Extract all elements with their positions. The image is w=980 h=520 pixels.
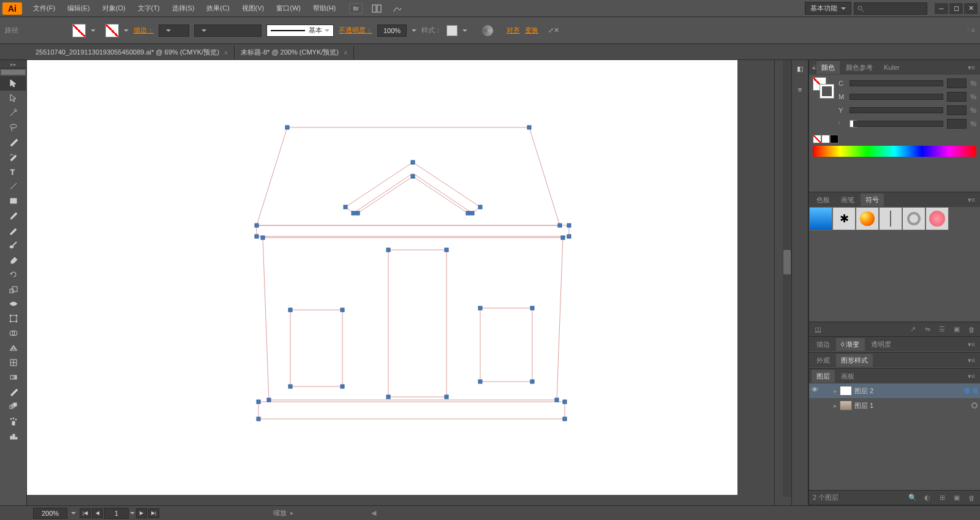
locate-icon[interactable]: 🔍 xyxy=(908,493,918,503)
tab-stroke[interactable]: 描边 xyxy=(812,338,835,351)
blob-brush-tool[interactable] xyxy=(0,238,27,252)
layer-row[interactable]: 👁 ▸ 图层 2 xyxy=(809,383,980,398)
new-layer-icon[interactable]: ▣ xyxy=(952,493,962,503)
stroke-weight-dropdown[interactable] xyxy=(159,24,189,37)
symbol-sprayer-tool[interactable] xyxy=(0,414,27,429)
workspace-selector[interactable]: 基本功能 xyxy=(805,2,851,15)
close-button[interactable]: ✕ xyxy=(964,3,978,14)
m-value[interactable] xyxy=(947,92,967,102)
brush-dropdown[interactable]: 基本 xyxy=(266,24,334,37)
menu-edit[interactable]: 编辑(E) xyxy=(61,0,96,17)
new-sublayer-icon[interactable]: ⊞ xyxy=(937,493,947,503)
panel-menu-icon[interactable]: ▾≡ xyxy=(965,196,978,204)
artboard-number-input[interactable] xyxy=(104,508,129,519)
tab-swatches[interactable]: 色板 xyxy=(812,194,835,206)
panel-menu-icon[interactable]: ▾≡ xyxy=(965,341,978,349)
spectrum-bar[interactable] xyxy=(813,146,976,157)
symbol-item[interactable] xyxy=(925,207,949,230)
direct-selection-tool[interactable] xyxy=(0,91,27,105)
doc-tab-0[interactable]: 25510740_20191130193055450089.ai* @ 69% … xyxy=(29,45,235,59)
canvas[interactable] xyxy=(27,60,791,505)
mesh-tool[interactable] xyxy=(0,355,27,370)
symbol-options-icon[interactable]: ☰ xyxy=(937,325,947,334)
transform-label[interactable]: 变换 xyxy=(525,26,538,35)
k-value[interactable] xyxy=(947,119,967,129)
panel-menu-icon[interactable]: ▾≡ xyxy=(965,356,978,364)
k-slider[interactable] xyxy=(853,121,943,127)
target-icon[interactable] xyxy=(971,402,978,409)
prev-artboard-button[interactable]: ◀ xyxy=(92,508,103,518)
perspective-grid-tool[interactable] xyxy=(0,341,27,355)
black-swatch[interactable] xyxy=(830,135,839,143)
menu-file[interactable]: 文件(F) xyxy=(27,0,61,17)
tab-brushes[interactable]: 画笔 xyxy=(836,194,859,206)
y-slider[interactable] xyxy=(850,107,943,113)
curvature-tool[interactable] xyxy=(0,149,27,164)
doc-tab-1[interactable]: 未标题-8* @ 200% (CMYK/预览)× xyxy=(235,45,354,59)
delete-symbol-icon[interactable]: 🗑 xyxy=(967,325,976,334)
fill-swatch[interactable] xyxy=(72,24,86,37)
tab-graphic-styles[interactable]: 图形样式 xyxy=(836,354,873,367)
menu-select[interactable]: 选择(S) xyxy=(166,0,201,17)
close-tab-icon[interactable]: × xyxy=(344,49,347,56)
search-input[interactable] xyxy=(854,2,927,15)
symbol-item[interactable] xyxy=(856,207,879,230)
align-label[interactable]: 对齐 xyxy=(507,26,520,35)
none-swatch[interactable] xyxy=(813,135,821,143)
style-swatch[interactable] xyxy=(447,25,458,36)
tab-symbols[interactable]: 符号 xyxy=(861,194,884,206)
minimize-button[interactable]: ─ xyxy=(935,3,948,14)
break-link-icon[interactable]: ⇋ xyxy=(922,325,932,334)
symbol-library-icon[interactable]: 🕮 xyxy=(813,325,823,334)
maximize-button[interactable]: ◻ xyxy=(949,3,963,14)
new-symbol-icon[interactable]: ▣ xyxy=(952,325,962,334)
menu-object[interactable]: 对象(O) xyxy=(96,0,132,17)
toolbox-collapse[interactable]: ▸▸ xyxy=(0,60,26,69)
rotate-tool[interactable] xyxy=(0,267,27,282)
menu-effect[interactable]: 效果(C) xyxy=(200,0,235,17)
menu-help[interactable]: 帮助(H) xyxy=(307,0,342,17)
h-scroll-left[interactable]: ◀ xyxy=(371,509,376,517)
isolate-icon[interactable]: ⤢✕ xyxy=(548,26,559,34)
white-swatch[interactable] xyxy=(821,135,830,143)
symbol-item[interactable] xyxy=(879,207,902,230)
last-artboard-button[interactable]: ▶| xyxy=(148,508,159,518)
opacity-input[interactable] xyxy=(377,24,407,37)
pen-tool[interactable] xyxy=(0,135,27,149)
tab-color-guide[interactable]: 颜色参考 xyxy=(841,61,878,74)
blend-tool[interactable] xyxy=(0,399,27,414)
strip-icon-2[interactable]: ≡ xyxy=(794,83,806,96)
c-slider[interactable] xyxy=(850,80,943,86)
strip-icon-1[interactable]: ◧ xyxy=(794,62,806,75)
arrange-docs-icon[interactable] xyxy=(370,3,383,14)
target-icon[interactable] xyxy=(964,388,970,394)
shape-builder-tool[interactable] xyxy=(0,326,27,341)
paintbrush-tool[interactable] xyxy=(0,208,27,223)
tab-transparency[interactable]: 透明度 xyxy=(866,338,896,351)
vertical-scrollbar[interactable] xyxy=(783,60,791,497)
close-tab-icon[interactable]: × xyxy=(224,49,228,56)
symbol-item[interactable]: ✱ xyxy=(832,207,856,230)
clip-mask-icon[interactable]: ◐ xyxy=(922,493,932,503)
layer-row[interactable]: ▸ 图层 1 xyxy=(809,398,980,413)
menu-type[interactable]: 文字(T) xyxy=(132,0,166,17)
visibility-icon[interactable]: 👁 xyxy=(812,386,821,396)
place-symbol-icon[interactable]: ↗ xyxy=(908,325,918,334)
selection-tool[interactable] xyxy=(0,76,27,91)
menu-window[interactable]: 窗口(W) xyxy=(270,0,307,17)
gradient-tool[interactable] xyxy=(0,370,27,385)
visibility-icon[interactable] xyxy=(812,401,821,410)
c-value[interactable] xyxy=(947,78,967,88)
options-overflow[interactable]: ⋮≡ xyxy=(965,26,975,34)
panel-menu-icon[interactable]: ▾≡ xyxy=(965,372,978,380)
artboard[interactable] xyxy=(27,60,737,495)
eyedropper-tool[interactable] xyxy=(0,385,27,399)
scale-tool[interactable] xyxy=(0,282,27,296)
stroke-label[interactable]: 描边： xyxy=(134,26,154,35)
type-tool[interactable]: T xyxy=(0,164,27,179)
next-artboard-button[interactable]: ▶ xyxy=(136,508,147,518)
var-width-dropdown[interactable] xyxy=(194,24,262,37)
column-graph-tool[interactable] xyxy=(0,429,27,443)
fill-stroke-control[interactable] xyxy=(813,77,834,98)
width-tool[interactable] xyxy=(0,296,27,311)
